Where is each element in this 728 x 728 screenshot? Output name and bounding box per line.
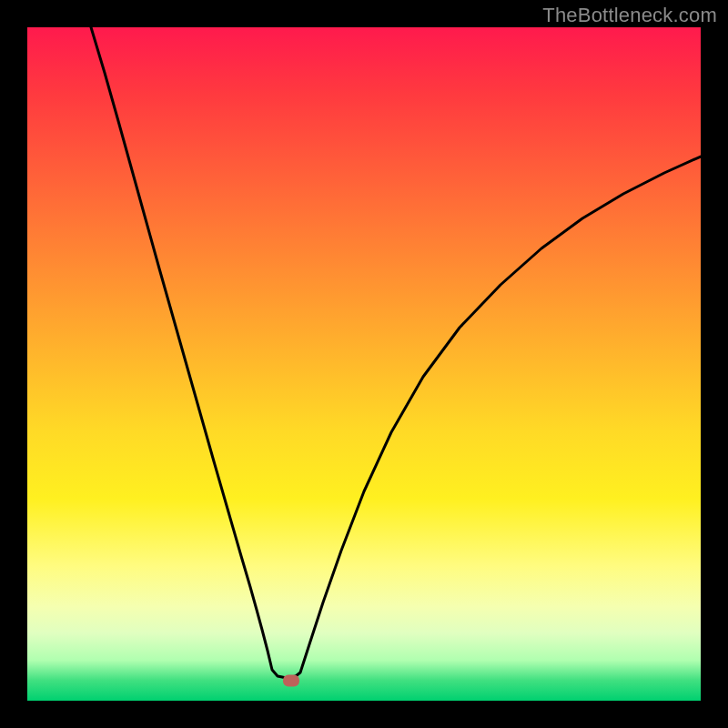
bottleneck-curve	[27, 27, 701, 701]
plot-area	[27, 27, 701, 701]
optimal-point-marker	[283, 675, 299, 687]
watermark-text: TheBottleneck.com	[542, 4, 717, 27]
outer-frame: TheBottleneck.com	[0, 0, 728, 728]
